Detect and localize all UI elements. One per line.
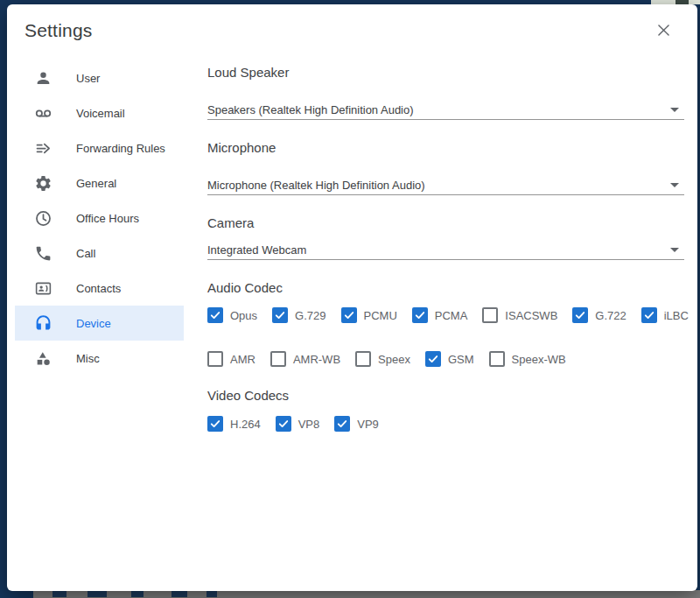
sidebar-item-device[interactable]: Device	[15, 306, 184, 341]
headset-icon	[33, 313, 52, 333]
checkbox-label: VP8	[298, 418, 320, 431]
user-icon	[33, 68, 52, 88]
codec-item-pcma: PCMA	[412, 307, 468, 323]
backdrop-mark	[88, 591, 107, 597]
checkbox-ilbc[interactable]	[641, 307, 657, 323]
checkbox-speex-wb[interactable]	[489, 351, 505, 367]
checkbox-label: ISACSWB	[505, 309, 557, 322]
sidebar-item-label: Contacts	[76, 282, 121, 295]
backdrop-mark	[206, 591, 217, 597]
codec-item-gsm: GSM	[425, 351, 474, 367]
checkbox-amr-wb[interactable]	[270, 351, 286, 367]
gear-icon	[33, 173, 52, 193]
checkbox-gsm[interactable]	[425, 351, 441, 367]
checkbox-vp9[interactable]	[334, 416, 350, 432]
video-codecs-row: H.264VP8VP9	[207, 416, 379, 432]
microphone-label: Microphone	[207, 140, 276, 155]
dialog-title: Settings	[24, 20, 92, 41]
sidebar-item-label: User	[76, 72, 100, 85]
codec-item-g-729: G.729	[272, 307, 326, 323]
sidebar-item-call[interactable]: Call	[15, 236, 184, 271]
sidebar-item-contacts[interactable]: Contacts	[15, 271, 184, 306]
sidebar-item-label: Office Hours	[76, 212, 139, 225]
sidebar-item-voicemail[interactable]: Voicemail	[15, 95, 184, 130]
audio-codec-row-1: OpusG.729PCMUPCMAISACSWBG.722iLBC	[207, 307, 689, 323]
checkbox-label: Speex	[378, 353, 410, 366]
loud-speaker-label: Loud Speaker	[207, 65, 289, 80]
checkbox-pcma[interactable]	[412, 307, 428, 323]
codec-item-g-722: G.722	[572, 307, 626, 323]
contacts-icon	[33, 278, 52, 298]
codec-item-speex-wb: Speex-WB	[489, 351, 566, 367]
microphone-value: Microphone (Realtek High Definition Audi…	[207, 178, 684, 192]
sidebar-item-office-hours[interactable]: Office Hours	[15, 201, 184, 236]
checkbox-vp8[interactable]	[276, 416, 291, 432]
settings-dialog: Settings UserVoicemailForwarding RulesGe…	[7, 4, 697, 591]
audio-codec-row-2: AMRAMR-WBSpeexGSMSpeex-WB	[207, 351, 566, 367]
codec-item-vp8: VP8	[276, 416, 320, 432]
microphone-select[interactable]: Microphone (Realtek High Definition Audi…	[207, 178, 684, 195]
checkbox-label: PCMU	[364, 309, 397, 322]
audio-codec-label: Audio Codec	[207, 280, 283, 295]
backdrop-bottom-strip	[33, 590, 700, 598]
sidebar-item-label: Voicemail	[76, 107, 125, 120]
backdrop-mark	[131, 591, 144, 597]
sidebar-item-general[interactable]: General	[15, 165, 184, 201]
codec-item-isacswb: ISACSWB	[482, 307, 557, 323]
sidebar-item-label: Device	[76, 317, 111, 330]
checkbox-label: VP9	[357, 418, 379, 431]
sidebar-item-label: Forwarding Rules	[76, 142, 165, 155]
checkbox-isacswb[interactable]	[482, 307, 498, 323]
codec-item-amr: AMR	[207, 351, 256, 367]
checkbox-label: Speex-WB	[512, 353, 566, 366]
checkbox-amr[interactable]	[207, 351, 223, 367]
sidebar-item-label: Misc	[76, 352, 100, 365]
checkbox-speex[interactable]	[355, 351, 371, 367]
sidebar-item-label: Call	[76, 247, 95, 260]
codec-item-opus: Opus	[207, 307, 257, 323]
checkbox-label: G.722	[595, 309, 626, 322]
clock-icon	[33, 208, 52, 228]
backdrop-mark	[172, 591, 187, 597]
checkbox-label: Opus	[230, 309, 257, 322]
forwarding-rules-icon	[33, 138, 52, 158]
backdrop-mark	[52, 591, 66, 597]
checkbox-label: PCMA	[435, 309, 468, 322]
camera-value: Integrated Webcam	[207, 243, 684, 257]
camera-select[interactable]: Integrated Webcam	[207, 243, 684, 260]
camera-label: Camera	[207, 215, 254, 230]
loud-speaker-select[interactable]: Speakers (Realtek High Definition Audio)	[207, 102, 684, 120]
device-settings-pane: Loud Speaker Speakers (Realtek High Defi…	[207, 4, 691, 591]
sidebar-item-label: General	[76, 177, 116, 190]
codec-item-vp9: VP9	[334, 416, 379, 432]
sidebar-item-user[interactable]: User	[15, 60, 184, 95]
checkbox-pcmu[interactable]	[341, 307, 357, 323]
phone-icon	[33, 243, 52, 263]
codec-item-amr-wb: AMR-WB	[270, 351, 340, 367]
checkbox-label: AMR	[230, 353, 256, 366]
shapes-icon	[33, 348, 52, 368]
codec-item-speex: Speex	[355, 351, 410, 367]
checkbox-opus[interactable]	[207, 307, 223, 323]
checkbox-label: iLBC	[664, 309, 689, 322]
checkbox-label: GSM	[448, 353, 474, 366]
sidebar-item-forwarding-rules[interactable]: Forwarding Rules	[15, 130, 184, 165]
settings-sidebar: UserVoicemailForwarding RulesGeneralOffi…	[15, 60, 184, 376]
chevron-down-icon	[670, 183, 679, 187]
chevron-down-icon	[670, 248, 679, 252]
voicemail-icon	[33, 103, 52, 123]
checkbox-g-722[interactable]	[572, 307, 588, 323]
codec-item-h-264: H.264	[207, 416, 261, 432]
loud-speaker-value: Speakers (Realtek High Definition Audio)	[207, 102, 684, 116]
checkbox-label: H.264	[230, 418, 261, 431]
checkbox-h-264[interactable]	[207, 416, 223, 432]
checkbox-label: G.729	[295, 309, 326, 322]
codec-item-ilbc: iLBC	[641, 307, 689, 323]
codec-item-pcmu: PCMU	[341, 307, 397, 323]
checkbox-g-729[interactable]	[272, 307, 288, 323]
checkbox-label: AMR-WB	[293, 353, 340, 366]
video-codecs-label: Video Codecs	[207, 388, 289, 403]
sidebar-item-misc[interactable]: Misc	[15, 341, 184, 376]
chevron-down-icon	[670, 108, 679, 112]
